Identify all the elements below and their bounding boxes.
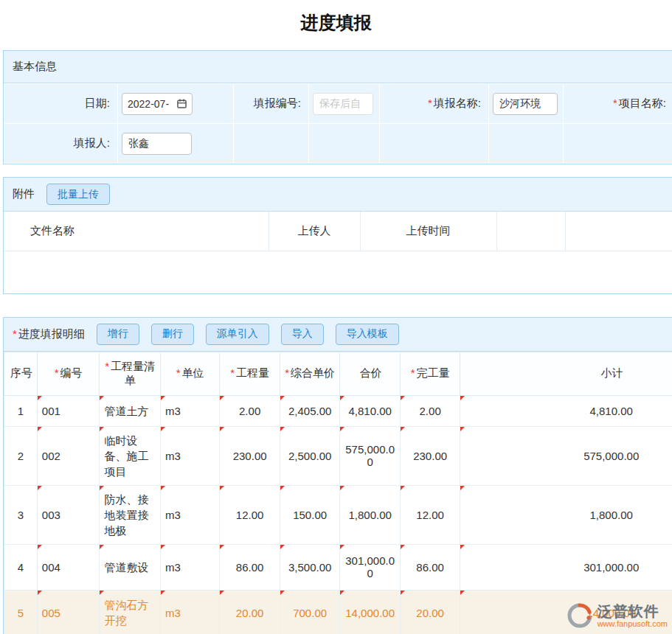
detail-section: *进度填报明细 增行 删行 源单引入 导入 导入模板 序号 *编号 *工程量清单…	[3, 317, 672, 634]
basic-info-header: 基本信息	[4, 51, 672, 83]
cell-unit-price[interactable]: 2,500.00	[280, 426, 340, 485]
cell-qty[interactable]: 230.00	[220, 426, 280, 485]
calendar-icon[interactable]	[177, 99, 187, 108]
basic-row-2: 填报人:	[4, 124, 672, 164]
cell-qty[interactable]: 2.00	[220, 395, 280, 426]
cell-seq: 4	[4, 544, 38, 590]
cell-unit[interactable]: m3	[160, 590, 219, 634]
cell-code[interactable]: 004	[37, 544, 100, 590]
report-name-cell	[489, 84, 564, 124]
cell-amount[interactable]: 301,000.00	[340, 544, 401, 590]
report-name-input[interactable]	[493, 93, 558, 115]
cell-code[interactable]: 001	[37, 395, 100, 426]
cell-code[interactable]: 003	[37, 485, 100, 544]
col-unit: *单位	[160, 352, 219, 395]
attach-col-uploader: 上传人	[269, 212, 360, 251]
watermark-site: www.fanpusoft.com	[597, 619, 668, 628]
fanpu-watermark: 泛普软件 www.fanpusoft.com	[566, 602, 668, 630]
cell-qty[interactable]: 12.00	[220, 485, 280, 544]
reporter-input[interactable]	[122, 133, 192, 155]
cell-subtotal: 1,800.00	[460, 485, 672, 544]
detail-section-title: *进度填报明细	[13, 327, 85, 341]
cell-done-qty[interactable]: 2.00	[400, 395, 460, 426]
cell-subtotal: 575,000.00	[460, 426, 672, 485]
cell-code[interactable]: 002	[37, 426, 100, 485]
progress-report-page: 进度填报 基本信息 日期: 2022-07-	[0, 0, 672, 634]
watermark-brand: 泛普软件	[597, 603, 668, 619]
reporter-cell	[118, 124, 234, 164]
detail-row-2[interactable]: 2 002 临时设备、施工项目 m3 230.00 2,500.00 575,0…	[4, 426, 672, 485]
fanpu-logo-icon	[566, 602, 594, 630]
detail-toolbar: *进度填报明细 增行 删行 源单引入 导入 导入模板	[4, 318, 672, 352]
cell-unit-price[interactable]: 3,500.00	[280, 544, 340, 590]
watermark-text: 泛普软件 www.fanpusoft.com	[597, 603, 668, 628]
cell-item[interactable]: 防水、接地装置接地极	[100, 485, 161, 544]
attach-col-file-name: 文件名称	[4, 212, 269, 251]
date-value: 2022-07-	[128, 98, 169, 110]
detail-row-1[interactable]: 1 001 管道土方 m3 2.00 2,405.00 4,810.00 2.0…	[4, 395, 672, 426]
cell-code[interactable]: 005	[37, 590, 100, 634]
cell-done-qty[interactable]: 86.00	[400, 544, 460, 590]
col-code: *编号	[37, 352, 100, 395]
detail-header-row: 序号 *编号 *工程量清单 *单位 *工程量 *综合单价 合价 *完工量 小计	[4, 352, 672, 395]
cell-unit[interactable]: m3	[160, 426, 219, 485]
date-input[interactable]: 2022-07-	[122, 93, 193, 115]
report-no-label: 填报编号:	[234, 84, 309, 124]
report-name-label: *填报名称:	[380, 84, 489, 124]
cell-item[interactable]: 临时设备、施工项目	[100, 426, 161, 485]
date-cell: 2022-07-	[118, 84, 234, 124]
source-import-button[interactable]: 源单引入	[206, 324, 269, 345]
cell-unit[interactable]: m3	[160, 395, 219, 426]
col-seq: 序号	[4, 352, 38, 395]
attachments-section: 附件 批量上传 文件名称 上传人 上传时间	[3, 177, 672, 294]
attachments-table: 文件名称 上传人 上传时间	[4, 212, 672, 251]
basic-info-form: 日期: 2022-07- 填报编号:	[4, 83, 672, 164]
cell-item[interactable]: 管道敷设	[100, 544, 161, 590]
cell-unit-price[interactable]: 2,405.00	[280, 395, 340, 426]
attachments-empty-body	[4, 251, 672, 293]
basic-info-section: 基本信息 日期: 2022-07-	[3, 50, 672, 164]
col-item: *工程量清单	[100, 352, 161, 395]
cell-amount[interactable]: 4,810.00	[340, 395, 401, 426]
import-button[interactable]: 导入	[281, 324, 324, 345]
report-no-cell	[309, 84, 380, 124]
cell-seq: 3	[4, 485, 38, 544]
detail-row-3[interactable]: 3 003 防水、接地装置接地极 m3 12.00 150.00 1,800.0…	[4, 485, 672, 544]
basic-info-title: 基本信息	[13, 60, 57, 74]
required-asterisk: *	[13, 327, 17, 340]
cell-item[interactable]: 管沟石方开挖	[100, 590, 161, 634]
cell-qty[interactable]: 86.00	[220, 544, 280, 590]
attachments-header-row: 文件名称 上传人 上传时间	[4, 212, 672, 251]
add-row-button[interactable]: 增行	[97, 324, 139, 345]
page-title: 进度填报	[0, 0, 672, 35]
attach-col-upload-time: 上传时间	[360, 212, 496, 251]
cell-done-qty[interactable]: 12.00	[400, 485, 460, 544]
cell-unit-price[interactable]: 150.00	[280, 485, 340, 544]
cell-item[interactable]: 管道土方	[100, 395, 161, 426]
col-unit-price: *综合单价	[280, 352, 340, 395]
cell-qty[interactable]: 20.00	[220, 590, 280, 634]
cell-seq: 1	[4, 395, 38, 426]
cell-subtotal: 301,000.00	[460, 544, 672, 590]
required-asterisk: *	[428, 97, 432, 109]
cell-unit[interactable]: m3	[160, 485, 219, 544]
cell-unit[interactable]: m3	[160, 544, 219, 590]
detail-table: 序号 *编号 *工程量清单 *单位 *工程量 *综合单价 合价 *完工量 小计 …	[4, 352, 672, 634]
project-name-label: *项目名称:	[564, 84, 672, 124]
detail-row-4[interactable]: 4 004 管道敷设 m3 86.00 3,500.00 301,000.00 …	[4, 544, 672, 590]
import-template-button[interactable]: 导入模板	[336, 324, 399, 345]
batch-upload-button[interactable]: 批量上传	[46, 184, 110, 205]
cell-amount[interactable]: 14,000.00	[340, 590, 401, 634]
attach-col-empty-2	[565, 212, 672, 251]
attachments-header: 附件 批量上传	[4, 178, 672, 212]
col-subtotal: 小计	[460, 352, 672, 395]
cell-done-qty[interactable]: 20.00	[400, 590, 460, 634]
reporter-label: 填报人:	[4, 124, 118, 164]
report-no-input[interactable]	[313, 93, 373, 115]
cell-unit-price[interactable]: 700.00	[280, 590, 340, 634]
cell-amount[interactable]: 1,800.00	[340, 485, 401, 544]
cell-amount[interactable]: 575,000.00	[340, 426, 401, 485]
cell-done-qty[interactable]: 230.00	[400, 426, 460, 485]
cell-subtotal: 4,810.00	[460, 395, 672, 426]
delete-row-button[interactable]: 删行	[151, 324, 194, 345]
